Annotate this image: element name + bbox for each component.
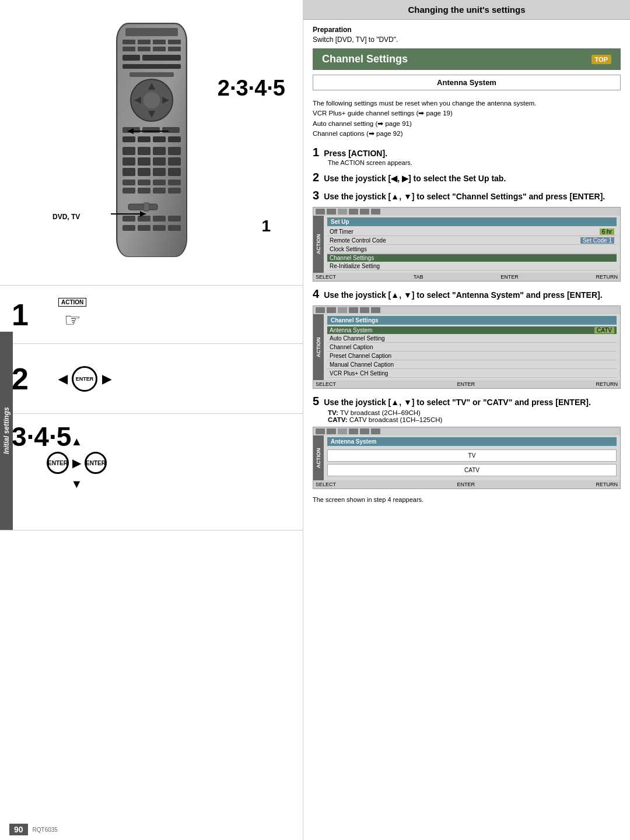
- screen3-footer-return: RETURN: [596, 481, 618, 487]
- screen2-footer-select: SELECT: [316, 381, 336, 387]
- svg-rect-33: [138, 157, 150, 166]
- step1-sub: The ACTION screen appears.: [313, 159, 621, 166]
- initial-settings-label: Initial settings: [0, 332, 13, 530]
- svg-rect-42: [153, 180, 166, 185]
- svg-rect-43: [168, 180, 181, 185]
- screen3-footer-select: SELECT: [316, 481, 336, 487]
- step345-section: 3·4·5 ▲ ENTER ▶ ENTER ▼ Initial settings: [0, 414, 303, 530]
- step345-icon: ▲ ENTER ▶ ENTER ▼: [47, 435, 107, 491]
- screen2-action-label: ACTION: [313, 314, 324, 380]
- screen2-footer: SELECT ENTER RETURN: [313, 380, 620, 388]
- final-note: The screen shown in step 4 reappears.: [303, 494, 630, 505]
- svg-rect-36: [123, 168, 135, 176]
- catv-label: CATV:: [328, 416, 348, 423]
- svg-marker-61: [140, 211, 146, 217]
- left-panel: 2·3·4·5 DVD, TV 1 1 ACTION ☞ 2 ◀: [0, 0, 303, 840]
- screen1-row2: Clock Settings: [327, 245, 617, 254]
- step1-num: 1: [313, 146, 319, 159]
- catv-text: CATV broadcast (1CH–125CH): [349, 416, 443, 423]
- screen1-footer-select: SELECT: [316, 274, 336, 280]
- step5-num: 5: [313, 395, 319, 408]
- svg-rect-3: [123, 40, 135, 44]
- antenna-system-bar: Antenna System: [313, 75, 621, 90]
- screen2-row1: Auto Channel Setting: [327, 335, 617, 343]
- svg-rect-41: [138, 180, 150, 185]
- svg-rect-35: [168, 157, 181, 166]
- screen2-row4: Manual Channel Caption: [327, 361, 617, 369]
- enter-circle-1: ENTER: [47, 452, 69, 474]
- screen3-footer: SELECT ENTER RETURN: [313, 480, 620, 488]
- svg-point-16: [144, 92, 160, 108]
- page-number: 90: [9, 824, 28, 835]
- step1-right: 1 Press [ACTION]. The ACTION screen appe…: [303, 142, 630, 167]
- screen1-row3-highlighted: Channel Settings: [327, 254, 617, 262]
- step1-number: 1: [12, 297, 47, 332]
- svg-rect-29: [138, 147, 150, 155]
- svg-rect-2: [125, 28, 178, 36]
- svg-rect-32: [123, 157, 135, 166]
- label-1-remote: 1: [261, 217, 271, 236]
- screen3-row1: CATV: [327, 464, 617, 476]
- screen1-footer-tab: TAB: [414, 274, 424, 280]
- step4-num: 4: [313, 287, 319, 301]
- step5-catv: CATV: CATV broadcast (1CH–125CH): [313, 416, 621, 423]
- screen1-row0-value: 6 hr: [600, 229, 614, 235]
- svg-rect-40: [123, 180, 135, 185]
- step5-bold: Use the joystick [▲, ▼] to select "TV" o…: [324, 398, 591, 407]
- screen2-row0-label: Antenna System: [330, 327, 372, 333]
- screen2-row5: VCR Plus+ CH Setting: [327, 370, 617, 378]
- svg-rect-6: [168, 40, 181, 44]
- screen1-row0-label: Off Timer: [330, 229, 354, 235]
- intro-line-3: Channel captions (➡ page 92): [313, 129, 621, 139]
- svg-rect-45: [138, 188, 150, 194]
- svg-rect-46: [153, 188, 166, 194]
- svg-rect-28: [123, 147, 135, 155]
- arrow-dvd-tv: [111, 208, 158, 220]
- screen3-action-label: ACTION: [313, 435, 324, 480]
- step2-content: ◀ ENTER ▶: [58, 366, 111, 392]
- screen2-title: Channel Settings: [327, 316, 617, 325]
- svg-rect-11: [123, 55, 140, 61]
- svg-rect-44: [123, 188, 135, 194]
- label-2345: 2·3·4·5: [218, 76, 285, 101]
- page-footer-left: 90 RQT6035: [0, 819, 67, 840]
- svg-rect-12: [142, 55, 181, 61]
- enter-circle-2: ENTER: [85, 452, 107, 474]
- screen2-row2: Channel Caption: [327, 343, 617, 352]
- label-dvd-tv: DVD, TV: [52, 213, 80, 221]
- screen1-footer-return: RETURN: [596, 274, 618, 280]
- intro-line-0: The following settings must be reset whe…: [313, 99, 621, 108]
- action-icon: ACTION ☞: [58, 298, 86, 331]
- svg-rect-38: [153, 168, 166, 176]
- svg-rect-5: [153, 40, 166, 44]
- preparation-text: Switch [DVD, TV] to "DVD".: [313, 36, 621, 44]
- tv-text: TV broadcast (2CH–69CH): [340, 409, 421, 416]
- arrow-down-icon: ▼: [71, 477, 83, 491]
- svg-rect-13: [123, 64, 181, 69]
- step3-num: 3: [313, 189, 319, 202]
- product-code: RQT6035: [33, 827, 58, 833]
- screen3-footer-enter: ENTER: [457, 481, 475, 487]
- step4-right: 4 Use the joystick [▲, ▼] to select "Ant…: [303, 284, 630, 303]
- svg-rect-34: [153, 157, 166, 166]
- arrow-up-icon: ▲: [71, 435, 83, 448]
- step1-section: 1 ACTION ☞: [0, 286, 303, 344]
- screen-mockup-3: ACTION Antenna System TV CATV SELECT ENT…: [313, 427, 621, 489]
- step3-right: 3 Use the joystick [▲, ▼] to select "Cha…: [303, 187, 630, 205]
- arrow-right-icon: ▶: [102, 372, 111, 386]
- step2-bold: Use the joystick [◀, ▶] to select the Se…: [324, 174, 506, 183]
- screen2-footer-return: RETURN: [596, 381, 618, 387]
- top-badge: TOP: [592, 55, 611, 64]
- arrow-left-icon: ◀: [58, 372, 67, 386]
- screen3-row0: TV: [327, 449, 617, 462]
- remote-illustration: [99, 17, 204, 268]
- screen1-action-label: ACTION: [313, 216, 324, 273]
- step1-content: ACTION ☞: [58, 298, 86, 331]
- tv-label: TV:: [328, 409, 338, 416]
- svg-rect-30: [153, 147, 166, 155]
- step3-bold: Use the joystick [▲, ▼] to select "Chann…: [324, 192, 605, 201]
- intro-line-1: VCR Plus+ guide channel settings (➡ page…: [313, 108, 621, 118]
- svg-rect-55: [138, 225, 150, 231]
- screen1-title: Set Up: [327, 217, 617, 226]
- joystick-lr-icon: ◀ ENTER ▶: [58, 366, 111, 392]
